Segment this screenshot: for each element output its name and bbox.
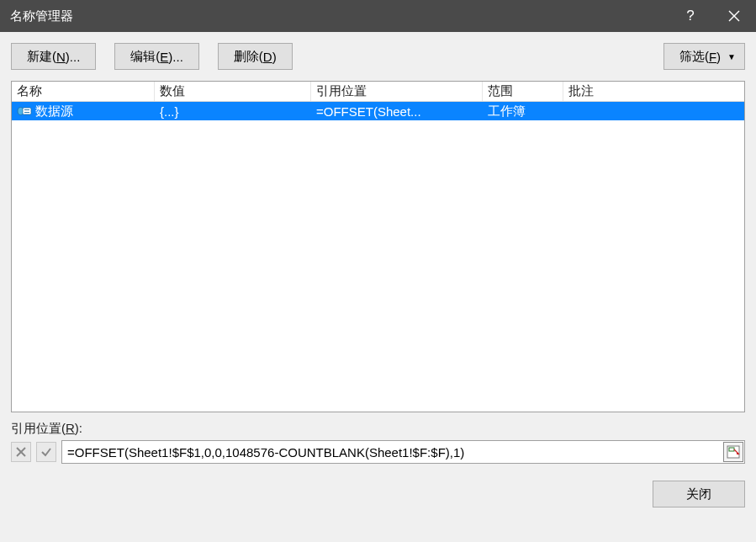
list-body: 数据源 {...} =OFFSET(Sheet... 工作簿 bbox=[12, 102, 744, 412]
filter-button[interactable]: 筛选(F) ▼ bbox=[663, 43, 745, 70]
names-list: 名称 数值 引用位置 范围 批注 数据源 bbox=[11, 81, 745, 412]
refers-to-input[interactable] bbox=[61, 440, 745, 464]
dialog-title: 名称管理器 bbox=[10, 8, 669, 24]
list-row[interactable]: 数据源 {...} =OFFSET(Sheet... 工作簿 bbox=[12, 102, 744, 120]
titlebar: 名称管理器 ? bbox=[0, 0, 756, 32]
refers-to-label: 引用位置(R): bbox=[11, 421, 745, 437]
cancel-edit-button[interactable] bbox=[11, 442, 31, 462]
chevron-down-icon: ▼ bbox=[727, 52, 736, 61]
column-header-ref[interactable]: 引用位置 bbox=[311, 82, 483, 101]
column-header-scope[interactable]: 范围 bbox=[483, 82, 563, 101]
svg-rect-9 bbox=[729, 448, 734, 451]
svg-rect-3 bbox=[23, 108, 31, 114]
close-button[interactable]: 关闭 bbox=[653, 481, 745, 507]
footer: 关闭 bbox=[0, 464, 756, 518]
cell-ref: =OFFSET(Sheet... bbox=[311, 104, 483, 119]
close-icon[interactable] bbox=[712, 0, 756, 32]
toolbar: 新建(N)... 编辑(E)... 删除(D) 筛选(F) ▼ bbox=[0, 32, 756, 81]
name-manager-dialog: 名称管理器 ? 新建(N)... 编辑(E)... 删除(D) 筛选(F) ▼ … bbox=[0, 0, 756, 542]
column-header-note[interactable]: 批注 bbox=[563, 82, 744, 101]
cell-value: {...} bbox=[155, 104, 311, 119]
cell-scope: 工作簿 bbox=[483, 104, 563, 120]
cell-name: 数据源 bbox=[12, 104, 155, 120]
edit-button[interactable]: 编辑(E)... bbox=[114, 43, 199, 70]
refers-to-section: 引用位置(R): bbox=[0, 412, 756, 464]
column-header-value[interactable]: 数值 bbox=[155, 82, 311, 101]
commit-edit-button[interactable] bbox=[36, 442, 56, 462]
column-header-name[interactable]: 名称 bbox=[12, 82, 155, 101]
list-header: 名称 数值 引用位置 范围 批注 bbox=[12, 82, 744, 102]
new-button[interactable]: 新建(N)... bbox=[11, 43, 96, 70]
cell-name-text: 数据源 bbox=[35, 104, 73, 120]
defined-name-icon bbox=[17, 106, 32, 116]
range-selector-button[interactable] bbox=[723, 442, 743, 462]
help-button[interactable]: ? bbox=[669, 0, 712, 32]
delete-button[interactable]: 删除(D) bbox=[218, 43, 293, 70]
